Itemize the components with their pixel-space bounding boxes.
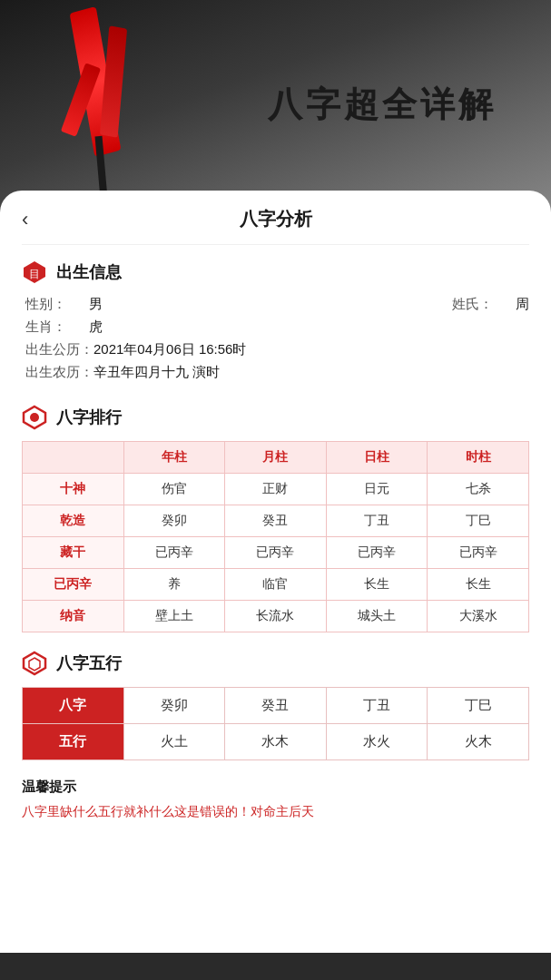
table-header-row: 年柱 月柱 日柱 时柱 <box>23 442 529 474</box>
wuxing-title: 八字五行 <box>56 652 122 674</box>
row-label-shishen: 十神 <box>23 474 124 505</box>
wuxing-element-label: 五行 <box>23 724 124 760</box>
cell-yibingxin-hour: 长生 <box>428 569 529 601</box>
wuxing-element-1: 火土 <box>123 724 225 760</box>
cell-yibingxin-month: 临官 <box>225 569 327 601</box>
wuxing-table: 八字 癸卯 癸丑 丁丑 丁巳 五行 火土 水木 水火 火木 <box>22 687 529 760</box>
table-row: 十神 伤官 正财 日元 七杀 <box>23 474 529 505</box>
birth-info-header: 目 出生信息 <box>22 260 529 285</box>
page-title: 八字分析 <box>240 207 312 231</box>
gender-value: 男 <box>89 296 103 313</box>
table-row: 乾造 癸卯 癸丑 丁丑 丁巳 <box>23 505 529 537</box>
table-row: 已丙辛 养 临官 长生 长生 <box>23 569 529 601</box>
surname-value: 周 <box>516 296 529 313</box>
table-header-hour: 时柱 <box>428 442 529 474</box>
cell-zanggan-month: 已丙辛 <box>225 537 327 569</box>
birth-section-title: 出生信息 <box>56 261 122 283</box>
gender-row: 性别： 男 姓氏： 周 <box>22 296 529 313</box>
tip-text: 八字里缺什么五行就补什么这是错误的！对命主后天 <box>22 801 529 821</box>
solar-row: 出生公历： 2021年04月06日 16:56时 <box>22 341 529 358</box>
cell-shishen-year: 伤官 <box>123 474 225 505</box>
cell-shishen-day: 日元 <box>326 474 428 505</box>
bazi-rank-header: 八字排行 <box>22 405 529 430</box>
ribbon-decoration <box>54 9 136 191</box>
cell-shishen-month: 正财 <box>225 474 327 505</box>
wuxing-row-element: 五行 火土 水木 水火 火木 <box>23 724 529 760</box>
zodiac-value: 虎 <box>89 318 103 336</box>
gender-label: 性别： <box>25 296 89 313</box>
row-label-zanggan: 藏干 <box>23 537 124 569</box>
table-row: 藏干 已丙辛 已丙辛 已丙辛 已丙辛 <box>23 537 529 569</box>
cell-zanggan-year: 已丙辛 <box>123 537 225 569</box>
banner-title: 八字超全详解 <box>268 82 497 128</box>
svg-point-3 <box>30 413 39 422</box>
bazi-rank-table: 年柱 月柱 日柱 时柱 十神 伤官 正财 日元 七杀 乾造 癸卯 癸丑 <box>22 441 529 632</box>
wuxing-section: 八字五行 八字 癸卯 癸丑 丁丑 丁巳 五行 火土 水木 水火 火木 <box>0 640 551 768</box>
wuxing-element-3: 水火 <box>326 724 428 760</box>
table-row: 纳音 壁上土 长流水 城头土 大溪水 <box>23 601 529 632</box>
table-header-month: 月柱 <box>225 442 327 474</box>
zodiac-label: 生肖： <box>25 318 89 336</box>
solar-label: 出生公历： <box>25 341 93 358</box>
lunar-label: 出生农历： <box>25 364 93 381</box>
wuxing-bazi-1: 癸卯 <box>123 688 225 724</box>
lunar-row: 出生农历： 辛丑年四月十九 演时 <box>22 364 529 381</box>
bazi-rank-section: 八字排行 年柱 月柱 日柱 时柱 十神 伤官 正财 日元 七杀 <box>0 394 551 640</box>
wuxing-icon <box>22 651 47 676</box>
cell-nayin-year: 壁上土 <box>123 601 225 632</box>
table-header-year: 年柱 <box>123 442 225 474</box>
wuxing-header: 八字五行 <box>22 651 529 676</box>
wuxing-element-4: 火木 <box>428 724 529 760</box>
main-card: ‹ 八字分析 目 出生信息 性别： 男 姓氏： 周 生肖： 虎 出生公历： 20… <box>0 191 551 953</box>
cell-qianzao-hour: 丁巳 <box>428 505 529 537</box>
cell-qianzao-year: 癸卯 <box>123 505 225 537</box>
row-label-yibingxin: 已丙辛 <box>23 569 124 601</box>
tip-title: 温馨提示 <box>22 779 529 796</box>
cell-shishen-hour: 七杀 <box>428 474 529 505</box>
bazi-rank-icon <box>22 405 47 430</box>
surname-label: 姓氏： <box>452 296 516 313</box>
birth-icon: 目 <box>22 260 47 285</box>
lunar-value: 辛丑年四月十九 演时 <box>93 364 220 381</box>
cell-yibingxin-year: 养 <box>123 569 225 601</box>
cell-qianzao-month: 癸丑 <box>225 505 327 537</box>
cell-nayin-day: 城头土 <box>326 601 428 632</box>
back-button[interactable]: ‹ <box>22 208 28 231</box>
wuxing-bazi-label: 八字 <box>23 688 124 724</box>
table-header-day: 日柱 <box>326 442 428 474</box>
wuxing-bazi-2: 癸丑 <box>225 688 327 724</box>
table-header-empty <box>23 442 124 474</box>
cell-nayin-month: 长流水 <box>225 601 327 632</box>
bazi-rank-title: 八字排行 <box>56 407 122 428</box>
wuxing-bazi-4: 丁巳 <box>428 688 529 724</box>
cell-zanggan-day: 已丙辛 <box>326 537 428 569</box>
wuxing-element-2: 水木 <box>225 724 327 760</box>
wuxing-bazi-3: 丁丑 <box>326 688 428 724</box>
cell-yibingxin-day: 长生 <box>326 569 428 601</box>
row-label-qianzao: 乾造 <box>23 505 124 537</box>
svg-text:目: 目 <box>29 268 40 280</box>
banner: 八字超全详解 <box>0 0 551 218</box>
cell-qianzao-day: 丁丑 <box>326 505 428 537</box>
svg-marker-5 <box>29 658 40 671</box>
divider-top <box>22 244 529 245</box>
nav-bar: ‹ 八字分析 <box>0 191 551 240</box>
tip-section: 温馨提示 八字里缺什么五行就补什么这是错误的！对命主后天 <box>0 768 551 828</box>
cell-nayin-hour: 大溪水 <box>428 601 529 632</box>
zodiac-row: 生肖： 虎 <box>22 318 529 336</box>
row-label-nayin: 纳音 <box>23 601 124 632</box>
cell-zanggan-hour: 已丙辛 <box>428 537 529 569</box>
birth-info-section: 目 出生信息 性别： 男 姓氏： 周 生肖： 虎 出生公历： 2021年04月0… <box>0 249 551 394</box>
wuxing-row-bazi: 八字 癸卯 癸丑 丁丑 丁巳 <box>23 688 529 724</box>
solar-value: 2021年04月06日 16:56时 <box>93 341 246 358</box>
